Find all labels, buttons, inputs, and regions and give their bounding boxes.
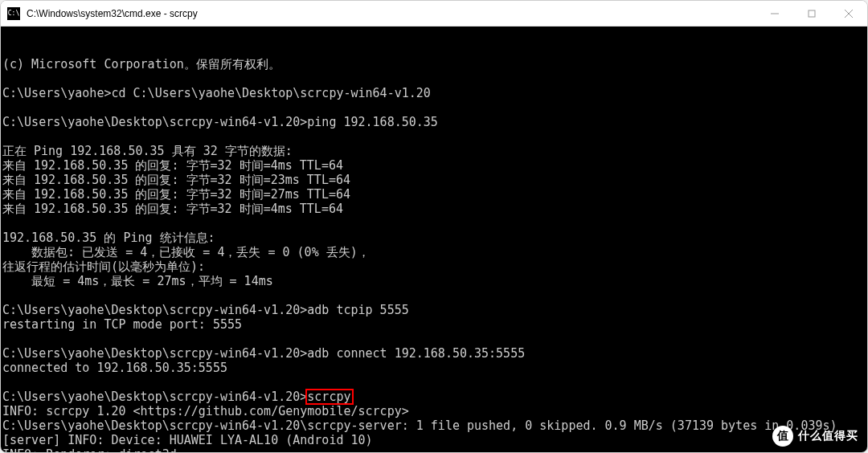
terminal-output[interactable]: (c) Microsoft Corporation。保留所有权利。 C:\Use…	[1, 27, 867, 452]
terminal-line: INFO: scrcpy 1.20 <https://github.com/Ge…	[2, 404, 866, 418]
terminal-line: 来自 192.168.50.35 的回复: 字节=32 时间=27ms TTL=…	[2, 187, 866, 202]
terminal-line	[2, 288, 866, 303]
terminal-line: C:\Users\yaohe\Desktop\scrcpy-win64-v1.2…	[2, 390, 866, 404]
terminal-line: 来自 192.168.50.35 的回复: 字节=32 时间=23ms TTL=…	[2, 173, 866, 187]
svg-rect-1	[809, 10, 815, 17]
terminal-line	[2, 216, 866, 231]
terminal-line: 来自 192.168.50.35 的回复: 字节=32 时间=4ms TTL=6…	[2, 202, 866, 216]
terminal-line	[2, 71, 866, 86]
close-button[interactable]	[830, 1, 867, 26]
terminal-line: 192.168.50.35 的 Ping 统计信息:	[2, 231, 866, 245]
window-title: C:\Windows\system32\cmd.exe - scrcpy	[27, 8, 756, 19]
terminal-line: [server] INFO: Device: HUAWEI LYA-AL10 (…	[2, 433, 866, 447]
terminal-line: 正在 Ping 192.168.50.35 具有 32 字节的数据:	[2, 144, 866, 158]
minimize-button[interactable]	[756, 1, 793, 26]
terminal-window: C:\ C:\Windows\system32\cmd.exe - scrcpy…	[0, 0, 868, 453]
terminal-line	[2, 332, 866, 346]
watermark-text: 什么值得买	[798, 429, 858, 443]
terminal-line	[2, 375, 866, 390]
terminal-line: C:\Users\yaohe\Desktop\scrcpy-win64-v1.2…	[2, 346, 866, 361]
app-icon: C:\	[7, 7, 20, 20]
terminal-line: 数据包: 已发送 = 4，已接收 = 4，丢失 = 0 (0% 丢失)，	[2, 245, 866, 259]
terminal-line: 最短 = 4ms，最长 = 27ms，平均 = 14ms	[2, 274, 866, 288]
terminal-line	[2, 129, 866, 144]
terminal-line	[2, 100, 866, 115]
terminal-line: 来自 192.168.50.35 的回复: 字节=32 时间=4ms TTL=6…	[2, 158, 866, 173]
terminal-line: C:\Users\yaohe\Desktop\scrcpy-win64-v1.2…	[2, 303, 866, 317]
terminal-line: C:\Users\yaohe>cd C:\Users\yaohe\Desktop…	[2, 86, 866, 100]
titlebar[interactable]: C:\ C:\Windows\system32\cmd.exe - scrcpy	[1, 1, 867, 27]
window-controls	[756, 1, 867, 26]
terminal-line: (c) Microsoft Corporation。保留所有权利。	[2, 57, 866, 71]
terminal-line: C:\Users\yaohe\Desktop\scrcpy-win64-v1.2…	[2, 418, 866, 433]
maximize-button[interactable]	[793, 1, 830, 26]
terminal-line: 往返行程的估计时间(以毫秒为单位):	[2, 259, 866, 274]
terminal-line: INFO: Renderer: direct3d	[2, 447, 866, 452]
terminal-line: restarting in TCP mode port: 5555	[2, 317, 866, 332]
watermark: 值 什么值得买	[772, 426, 858, 447]
watermark-badge-icon: 值	[772, 426, 793, 447]
terminal-line: connected to 192.168.50.35:5555	[2, 361, 866, 375]
terminal-line: C:\Users\yaohe\Desktop\scrcpy-win64-v1.2…	[2, 115, 866, 129]
